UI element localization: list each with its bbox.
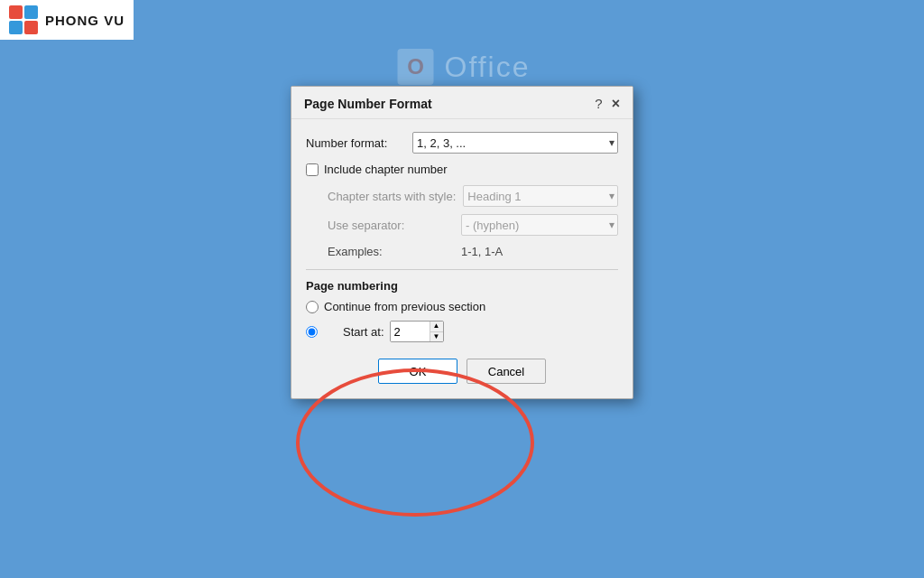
dialog-buttons: OK Cancel: [306, 355, 618, 384]
start-at-radio[interactable]: [306, 326, 318, 338]
continue-label[interactable]: Continue from previous section: [324, 300, 485, 313]
chapter-starts-select-wrapper: Heading 1 Heading 2 Heading 3: [463, 185, 618, 207]
examples-label: Examples:: [328, 245, 454, 258]
dialog-title: Page Number Format: [304, 97, 432, 111]
include-chapter-checkbox[interactable]: [306, 163, 319, 176]
chapter-starts-row: Chapter starts with style: Heading 1 Hea…: [328, 185, 618, 207]
include-chapter-label[interactable]: Include chapter number: [324, 163, 448, 176]
continue-radio-row: Continue from previous section: [306, 300, 618, 313]
use-separator-label: Use separator:: [328, 219, 454, 232]
page-number-format-dialog: Page Number Format ? × Number format: 1,…: [291, 86, 633, 399]
use-separator-row: Use separator: - (hyphen) : (colon) . (p…: [328, 214, 618, 236]
help-button[interactable]: ?: [595, 96, 602, 111]
spinner-up-button[interactable]: ▲: [430, 322, 443, 332]
page-numbering-title: Page numbering: [306, 279, 618, 293]
use-separator-select[interactable]: - (hyphen) : (colon) . (period): [461, 214, 618, 236]
logo-text: PHONG VU: [45, 13, 125, 28]
use-separator-select-wrapper: - (hyphen) : (colon) . (period): [461, 214, 618, 236]
ok-button[interactable]: OK: [378, 359, 457, 384]
chapter-starts-label: Chapter starts with style:: [328, 190, 456, 203]
start-at-label[interactable]: Start at:: [343, 325, 384, 339]
office-label: Office: [445, 51, 531, 84]
chapter-options: Chapter starts with style: Heading 1 Hea…: [328, 185, 618, 236]
start-at-input[interactable]: 2: [391, 322, 430, 341]
start-at-row: Start at: 2 ▲ ▼: [306, 321, 618, 342]
dialog-titlebar: Page Number Format ? ×: [291, 87, 633, 119]
number-format-row: Number format: 1, 2, 3, ... a, b, c, ...…: [306, 132, 618, 154]
chapter-starts-select[interactable]: Heading 1 Heading 2 Heading 3: [463, 185, 618, 207]
office-watermark: O Office: [394, 45, 531, 89]
number-format-select[interactable]: 1, 2, 3, ... a, b, c, ... A, B, C, ... i…: [412, 132, 618, 154]
number-format-label: Number format:: [306, 136, 405, 150]
logo-icon: [9, 5, 38, 34]
spinner-down-button[interactable]: ▼: [430, 332, 443, 342]
include-chapter-row: Include chapter number: [306, 163, 618, 176]
spinner-buttons: ▲ ▼: [430, 322, 443, 341]
examples-row: Examples: 1-1, 1-A: [328, 245, 618, 258]
close-button[interactable]: ×: [612, 97, 620, 111]
logo-bar: PHONG VU: [0, 0, 134, 40]
dialog-body: Number format: 1, 2, 3, ... a, b, c, ...…: [291, 119, 633, 398]
examples-value: 1-1, 1-A: [461, 245, 503, 258]
number-format-select-wrapper: 1, 2, 3, ... a, b, c, ... A, B, C, ... i…: [412, 132, 618, 154]
start-at-spinner: 2 ▲ ▼: [390, 321, 444, 342]
section-divider: [306, 269, 618, 270]
cancel-button[interactable]: Cancel: [467, 359, 546, 384]
office-icon: O: [394, 45, 438, 89]
continue-radio[interactable]: [306, 301, 319, 313]
dialog-controls: ? ×: [595, 96, 620, 111]
svg-text:O: O: [407, 54, 424, 79]
